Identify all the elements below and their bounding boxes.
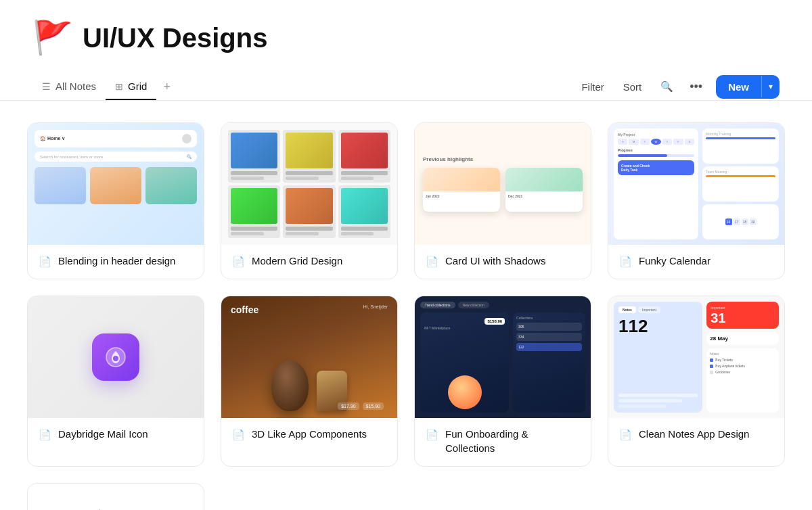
toolbar: ☰ All Notes ⊞ Grid + Filter Sort 🔍 ••• N…	[0, 73, 812, 101]
page-header: 🚩 UI/UX Designs	[0, 0, 812, 54]
add-new-card[interactable]: + + New	[27, 483, 204, 510]
card-3-title: Card UI with Shadows	[445, 254, 545, 268]
doc-icon-4: 📄	[619, 256, 632, 268]
new-button-group: New ▾	[716, 75, 780, 99]
card-3d-app[interactable]: coffee Hi, Sneijder $17.90 $15.90 📄 3D L…	[221, 296, 398, 467]
card-7-info: 📄 Fun Onboarding & Collections	[415, 418, 591, 466]
card-card-ui[interactable]: Previous highlights Jan 2022 Dec 2021 📄 …	[414, 122, 591, 279]
card-2-info: 📄 Modern Grid Design	[221, 245, 397, 279]
new-button[interactable]: New	[716, 75, 761, 99]
card-daybridge-icon[interactable]: 📄 Daybridge Mail Icon	[27, 296, 204, 467]
card-1-info: 📄 Blending in header design	[28, 245, 204, 279]
tab-all-notes-label: All Notes	[55, 80, 96, 92]
card-7-thumbnail: Trend collections New collection $158,96…	[415, 296, 591, 418]
notes-grid: 🏠 Home ∨ Search for restaurant, item or …	[0, 122, 812, 510]
card-2-thumbnail	[221, 123, 397, 245]
card-blending-header[interactable]: 🏠 Home ∨ Search for restaurant, item or …	[27, 122, 204, 279]
add-tab-icon: +	[163, 80, 171, 94]
daybridge-logo	[92, 333, 139, 381]
tab-grid[interactable]: ⊞ Grid	[106, 74, 156, 100]
card-funky-calendar[interactable]: My Project S M T W T F S Progress Create…	[608, 122, 785, 279]
card-4-info: 📄 Funky Calendar	[608, 245, 784, 279]
card-6-info: 📄 3D Like App Components	[221, 418, 397, 452]
card-8-title: Clean Notes App Design	[639, 427, 749, 441]
doc-icon-6: 📄	[232, 429, 245, 441]
card-1-thumbnail: 🏠 Home ∨ Search for restaurant, item or …	[28, 123, 204, 245]
more-options-button[interactable]: •••	[684, 75, 708, 99]
card-3-info: 📄 Card UI with Shadows	[415, 245, 591, 279]
add-tab-button[interactable]: +	[156, 73, 177, 101]
new-dropdown-arrow[interactable]: ▾	[761, 76, 780, 97]
sort-label: Sort	[623, 81, 642, 93]
svg-point-1	[113, 356, 118, 361]
add-new-label: + New	[107, 507, 136, 510]
card-2-title: Modern Grid Design	[252, 254, 342, 268]
doc-icon-1: 📄	[39, 256, 51, 268]
sort-button[interactable]: Sort	[615, 76, 650, 97]
more-options-icon: •••	[690, 80, 702, 93]
filter-button[interactable]: Filter	[573, 76, 612, 97]
header-emoji: 🚩	[32, 22, 73, 54]
card-5-info: 📄 Daybridge Mail Icon	[28, 418, 204, 452]
card-5-thumbnail	[28, 296, 204, 418]
search-icon: 🔍	[660, 80, 673, 93]
tab-all-notes[interactable]: ☰ All Notes	[32, 74, 106, 100]
filter-label: Filter	[581, 81, 604, 93]
search-button[interactable]: 🔍	[652, 76, 681, 97]
card-5-title: Daybridge Mail Icon	[58, 427, 148, 441]
doc-icon-2: 📄	[232, 256, 245, 268]
tab-grid-label: Grid	[128, 80, 147, 92]
page-title: UI/UX Designs	[83, 23, 267, 53]
card-1-title: Blending in header design	[58, 254, 175, 268]
card-8-info: 📄 Clean Notes App Design	[608, 418, 784, 452]
card-3-thumbnail: Previous highlights Jan 2022 Dec 2021	[415, 123, 591, 245]
doc-icon-7: 📄	[426, 429, 438, 441]
card-clean-notes[interactable]: Notes Important 112	[608, 296, 785, 467]
doc-icon-8: 📄	[619, 429, 632, 441]
doc-icon-3: 📄	[426, 256, 438, 268]
card-4-title: Funky Calendar	[639, 254, 710, 268]
card-8-thumbnail: Notes Important 112	[608, 296, 784, 418]
card-modern-grid[interactable]: 📄 Modern Grid Design	[221, 122, 398, 279]
card-6-thumbnail: coffee Hi, Sneijder $17.90 $15.90	[221, 296, 397, 418]
card-6-title: 3D Like App Components	[252, 427, 367, 441]
grid-icon: ⊞	[115, 81, 123, 92]
card-7-title: Fun Onboarding & Collections	[445, 427, 580, 455]
toolbar-right: Filter Sort 🔍 ••• New ▾	[573, 75, 780, 99]
all-notes-icon: ☰	[42, 81, 51, 92]
card-4-thumbnail: My Project S M T W T F S Progress Create…	[608, 123, 784, 245]
add-new-plus-icon: +	[95, 506, 103, 510]
card-nft-marketplace[interactable]: Trend collections New collection $158,96…	[414, 296, 591, 467]
doc-icon-5: 📄	[39, 429, 51, 441]
